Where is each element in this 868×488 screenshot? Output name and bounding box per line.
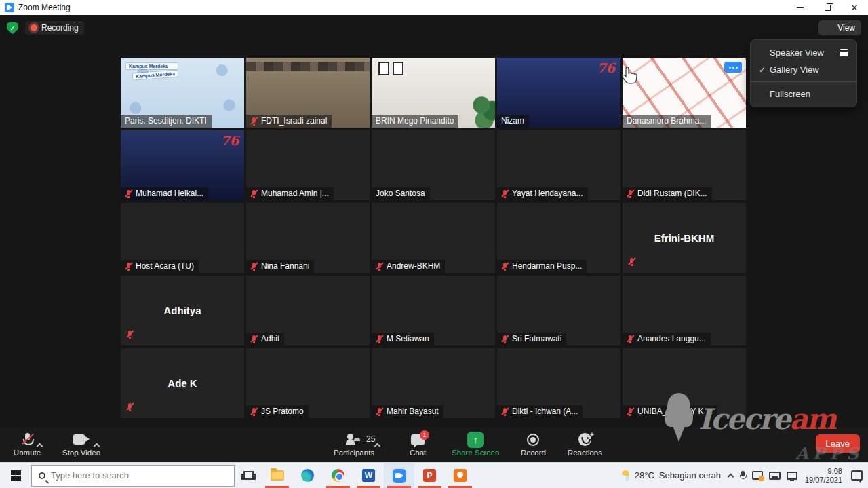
participant-tile[interactable]: Kampus Merdeka Kampus Merdeka 76 kedaire…: [121, 203, 244, 273]
participant-name-label: FDTI_Isradi zainal: [246, 115, 332, 128]
gallery-view-icon: [840, 65, 848, 74]
participant-name: Andrew-BKHM: [387, 261, 440, 271]
zoom-meeting-window: Zoom Meeting ✕ ✓ Recording View Speaker …: [0, 0, 868, 488]
participant-tile[interactable]: Kampus Merdeka Kampus Merdeka 76 kedaire…: [497, 58, 620, 128]
participant-tile[interactable]: Kampus Merdeka Kampus Merdeka 76 kedaire…: [246, 203, 370, 273]
taskbar-icecream-recorder[interactable]: [445, 463, 475, 488]
participant-name-label: Joko Santosa: [372, 187, 430, 200]
window-title: Zoom Meeting: [18, 3, 71, 12]
reactions-smiley-icon: +: [578, 433, 591, 446]
leave-button[interactable]: Leave: [816, 434, 860, 453]
participant-name-label: JS Pratomo: [246, 405, 309, 418]
participant-tile[interactable]: Kampus Merdeka Kampus Merdeka 76 kedaire…: [497, 348, 620, 418]
participant-name-label: Nina Fannani: [246, 260, 314, 273]
meeting-info-shield-icon[interactable]: ✓: [7, 22, 18, 35]
participant-tile[interactable]: Kampus Merdeka Kampus Merdeka 76 kedaire…: [372, 130, 495, 200]
menu-item-gallery-view[interactable]: ✓ Gallery View: [751, 61, 856, 78]
taskbar-word[interactable]: W: [353, 463, 384, 488]
taskbar-weather[interactable]: 28°C Sebagian cerah: [616, 470, 721, 481]
taskbar-zoom[interactable]: [384, 463, 414, 488]
stop-video-button[interactable]: Stop Video: [62, 427, 100, 462]
taskbar-powerpoint[interactable]: P: [414, 463, 445, 488]
close-button[interactable]: ✕: [841, 0, 868, 15]
participant-tile[interactable]: Kampus Merdeka Kampus Merdeka 76 kedaire…: [623, 58, 746, 128]
tray-expand-icon[interactable]: [727, 473, 734, 480]
kampus-merdeka-backdrop: Kampus Merdeka Kampus Merdeka: [126, 63, 178, 78]
action-center-icon[interactable]: [851, 470, 863, 481]
start-button[interactable]: [0, 463, 31, 488]
participants-icon: [346, 434, 362, 446]
view-dropdown-menu: Speaker View ✓ Gallery View Fullscreen: [750, 39, 857, 107]
recording-dot-icon: [31, 24, 37, 31]
recording-indicator[interactable]: Recording: [25, 21, 84, 35]
participant-tile[interactable]: Kampus Merdeka Kampus Merdeka 76 kedaire…: [623, 203, 746, 273]
participant-name-centered: Ade K: [121, 348, 244, 418]
participant-tile[interactable]: Kampus Merdeka Kampus Merdeka 76 kedaire…: [497, 203, 620, 273]
participant-name-label: M Setiawan: [372, 333, 434, 345]
participant-tile[interactable]: Kampus Merdeka Kampus Merdeka 76 kedaire…: [623, 348, 746, 418]
menu-item-speaker-view[interactable]: Speaker View: [751, 44, 856, 61]
participant-name-label: Paris. Sesditjen. DIKTI: [121, 115, 212, 128]
chat-icon: 1: [411, 434, 425, 445]
participant-tile[interactable]: Kampus Merdeka Kampus Merdeka 76 kedaire…: [246, 348, 370, 418]
participant-name: Joko Santosa: [376, 189, 425, 198]
tray-keyboard-icon[interactable]: [769, 472, 781, 480]
participant-name: Muhamad Heikal...: [136, 189, 203, 198]
task-view-button[interactable]: [235, 463, 262, 488]
participant-tile[interactable]: Kampus Merdeka Kampus Merdeka 76 kedaire…: [372, 58, 495, 128]
muted-mic-icon: [501, 189, 509, 198]
restore-button[interactable]: [814, 0, 841, 15]
share-screen-icon: ↑: [467, 432, 484, 448]
participant-tile[interactable]: Kampus Merdeka Kampus Merdeka 76 kedaire…: [372, 276, 495, 345]
taskbar-chrome[interactable]: [323, 463, 353, 488]
participant-tile[interactable]: Kampus Merdeka Kampus Merdeka 76 kedaire…: [121, 276, 244, 345]
participant-tile[interactable]: Kampus Merdeka Kampus Merdeka 76 kedaire…: [121, 130, 244, 200]
minimize-button[interactable]: [787, 0, 814, 15]
participant-name: Muhamad Amin |...: [261, 189, 329, 198]
weather-icon: [616, 470, 630, 481]
view-button[interactable]: View: [818, 20, 861, 35]
participant-name-label: Dikti - Ichwan (A...: [497, 405, 583, 418]
participant-tile[interactable]: Kampus Merdeka Kampus Merdeka 76 kedaire…: [121, 58, 244, 128]
tray-microphone-icon[interactable]: [739, 471, 746, 481]
task-view-icon: [243, 471, 254, 480]
participant-tile[interactable]: Kampus Merdeka Kampus Merdeka 76 kedaire…: [497, 130, 620, 200]
chat-unread-badge: 1: [420, 430, 429, 440]
search-input[interactable]: [51, 470, 207, 481]
participant-tile[interactable]: Kampus Merdeka Kampus Merdeka 76 kedaire…: [246, 58, 370, 128]
muted-mic-icon: [126, 329, 134, 341]
zoom-app-icon: [5, 3, 14, 12]
tray-network-icon[interactable]: [787, 472, 797, 480]
chat-button[interactable]: 1 Chat: [400, 427, 435, 462]
file-explorer-icon: [271, 470, 284, 481]
tray-capture-icon[interactable]: [752, 471, 763, 480]
powerpoint-icon: P: [423, 469, 436, 482]
participant-name: Sri Fatmawati: [512, 334, 561, 343]
unmute-button[interactable]: Unmute: [9, 427, 45, 462]
chevron-up-icon[interactable]: [374, 443, 381, 449]
participant-tile[interactable]: Kampus Merdeka Kampus Merdeka 76 kedaire…: [372, 203, 495, 273]
participant-tile[interactable]: Kampus Merdeka Kampus Merdeka 76 kedaire…: [372, 348, 495, 418]
taskbar-edge[interactable]: [292, 463, 323, 488]
independence-76-emblem: 76: [597, 60, 615, 75]
taskbar-clock[interactable]: 9:08 19/07/2021: [805, 467, 842, 485]
participant-name-label: Didi Rustam (DIK...: [623, 187, 712, 200]
participant-tile[interactable]: Kampus Merdeka Kampus Merdeka 76 kedaire…: [246, 130, 370, 200]
participant-name: Host Acara (TU): [136, 261, 194, 271]
taskbar-search-box[interactable]: [31, 465, 235, 487]
record-button[interactable]: Record: [515, 427, 551, 462]
participant-tile[interactable]: Kampus Merdeka Kampus Merdeka 76 kedaire…: [121, 348, 244, 418]
taskbar-file-explorer[interactable]: [262, 463, 292, 488]
reactions-button[interactable]: + Reactions: [567, 427, 602, 462]
participant-tile[interactable]: Kampus Merdeka Kampus Merdeka 76 kedaire…: [623, 130, 746, 200]
share-screen-button[interactable]: ↑ Share Screen: [452, 427, 499, 462]
participants-button[interactable]: 25 Participants: [334, 427, 374, 462]
search-icon: [39, 472, 45, 479]
muted-mic-icon: [376, 407, 383, 416]
participant-tile[interactable]: Kampus Merdeka Kampus Merdeka 76 kedaire…: [246, 276, 370, 345]
more-options-button[interactable]: [724, 62, 742, 73]
menu-item-fullscreen[interactable]: Fullscreen: [751, 86, 856, 102]
participant-tile[interactable]: Kampus Merdeka Kampus Merdeka 76 kedaire…: [497, 276, 620, 345]
participant-name-label: Muhamad Amin |...: [246, 187, 334, 200]
participant-tile[interactable]: Kampus Merdeka Kampus Merdeka 76 kedaire…: [623, 276, 746, 345]
